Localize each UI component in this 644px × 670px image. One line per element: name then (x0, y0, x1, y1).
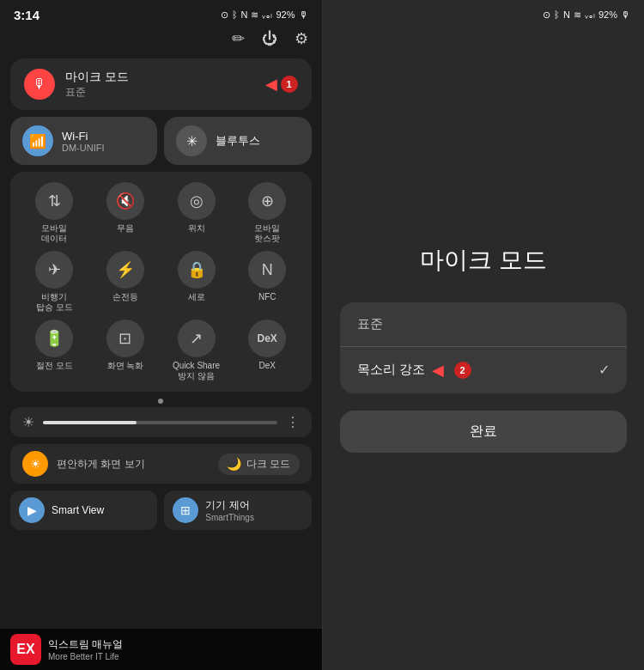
hotspot-icon: ⊕ (248, 182, 286, 220)
battery-icon: 92% (276, 9, 295, 20)
toggle-row: 📶 Wi-Fi DM-UNIFI ✳ 블루투스 (10, 117, 312, 165)
mobile-data-icon: ⇅ (35, 182, 73, 220)
status-bar-right: ⊙ ᛒ N ≋ ᵥₒₗ 92% 🎙 (323, 0, 645, 26)
right-mic-icon: 🎙 (621, 9, 630, 20)
dex-icon: DeX (248, 320, 286, 357)
bottom-tiles: ▶ Smart View ⊞ 기기 제어 SmartThings (10, 490, 312, 530)
right-panel: ⊙ ᛒ N ≋ ᵥₒₗ 92% 🎙 마이크 모드 표준 목소리 강조 ◀ 2 (323, 0, 645, 670)
brightness-bar[interactable] (43, 421, 277, 424)
signal-icon: ⊙ (221, 9, 228, 21)
right-nfc-icon: N (563, 9, 570, 20)
arrow-badge: ◀ 1 (265, 75, 298, 94)
signal-bars-icon: ᵥₒₗ (262, 9, 272, 21)
qs-flashlight-label: 손전등 (112, 292, 138, 302)
right-wifi-icon: ≋ (574, 9, 581, 21)
badge-1: 1 (281, 76, 298, 93)
qs-dex[interactable]: DeX DeX (234, 320, 301, 381)
mic-mode-card[interactable]: 🎙 마이크 모드 표준 ◀ 1 (10, 58, 312, 110)
smart-view-tile[interactable]: ▶ Smart View (10, 490, 157, 530)
dark-mode-button[interactable]: 🌙 다크 모드 (218, 454, 299, 475)
mode-option-voice[interactable]: 목소리 강조 ◀ 2 ✓ (340, 347, 628, 393)
qs-hotspot-label: 모바일핫스팟 (254, 223, 280, 244)
pagination (0, 399, 322, 404)
mic-mode-subtitle: 표준 (65, 85, 255, 100)
mode-option-voice-label: 목소리 강조 (357, 362, 425, 378)
qs-mobile-data-label: 모바일데이터 (41, 223, 67, 244)
brightness-fill (43, 421, 137, 424)
ex-logo: EX (10, 634, 41, 665)
mode-option-standard-label: 표준 (357, 316, 383, 332)
bluetooth-status-icon: ᛒ (232, 9, 238, 20)
mic-mode-title: 마이크 모드 (65, 70, 255, 85)
qs-battery-saver-label: 절전 모드 (36, 361, 73, 371)
watermark: EX 익스트림 매뉴얼 More Better IT Life (0, 629, 322, 670)
bluetooth-card[interactable]: ✳ 블루투스 (164, 117, 311, 165)
eye-comfort-label: 편안하게 화면 보기 (57, 457, 210, 472)
smart-view-icon: ▶ (19, 497, 45, 523)
smart-view-text: Smart View (52, 504, 104, 516)
status-icons-left: ⊙ ᛒ N ≋ ᵥₒₗ 92% 🎙 (221, 9, 308, 21)
power-icon[interactable]: ⏻ (262, 30, 277, 48)
dark-mode-label: 다크 모드 (246, 457, 290, 472)
mic-indicator-icon: 🎙 (299, 9, 308, 20)
device-control-subtitle: SmartThings (205, 513, 254, 522)
mute-icon: 🔇 (106, 182, 144, 220)
settings-icon[interactable]: ⚙ (295, 29, 308, 48)
brightness-more-icon[interactable]: ⋮ (286, 414, 300, 430)
qs-screen-record[interactable]: ⊡ 화면 녹화 (92, 320, 160, 381)
qs-airplane[interactable]: ✈ 비행기탑승 모드 (21, 251, 88, 313)
mic-mode-icon: 🎙 (24, 69, 55, 100)
right-status-icons: ⊙ ᛒ N ≋ ᵥₒₗ 92% 🎙 (543, 9, 630, 21)
status-time: 3:14 (14, 8, 39, 22)
badge-2: 2 (454, 362, 471, 379)
bluetooth-title: 블루투스 (216, 133, 260, 149)
flashlight-icon: ⚡ (106, 251, 144, 289)
wifi-icon: 📶 (22, 125, 53, 156)
qs-quick-share-label: Quick Share방지 않음 (173, 361, 220, 381)
qs-hotspot[interactable]: ⊕ 모바일핫스팟 (234, 182, 301, 244)
qs-flashlight[interactable]: ⚡ 손전등 (92, 251, 160, 313)
qs-location[interactable]: ◎ 위치 (162, 182, 230, 244)
location-icon: ◎ (178, 182, 216, 220)
qs-mobile-data[interactable]: ⇅ 모바일데이터 (21, 182, 88, 244)
right-content: 마이크 모드 표준 목소리 강조 ◀ 2 ✓ 완료 (323, 26, 645, 670)
done-button[interactable]: 완료 (340, 411, 628, 453)
qs-nfc-label: NFC (258, 292, 276, 302)
watermark-title: 익스트림 매뉴얼 (48, 637, 123, 652)
edit-icon[interactable]: ✏ (232, 29, 245, 48)
quick-share-icon: ↗ (178, 320, 216, 357)
bluetooth-icon: ✳ (176, 125, 207, 156)
quick-settings-grid: ⇅ 모바일데이터 🔇 무음 ◎ 위치 ⊕ 모바일핫스팟 ✈ 비행기탑승 모드 ⚡… (10, 172, 312, 392)
qs-mute[interactable]: 🔇 무음 (92, 182, 160, 244)
qs-dex-label: DeX (258, 361, 275, 371)
eye-comfort-row[interactable]: ☀ 편안하게 화면 보기 🌙 다크 모드 (10, 444, 312, 484)
wifi-card[interactable]: 📶 Wi-Fi DM-UNIFI (10, 117, 157, 165)
rotate-icon: 🔒 (178, 251, 216, 289)
qs-quick-share[interactable]: ↗ Quick Share방지 않음 (162, 320, 230, 381)
dark-mode-icon: 🌙 (227, 457, 241, 471)
red-arrow-icon: ◀ (265, 75, 277, 94)
watermark-subtitle: More Better IT Life (48, 652, 123, 661)
mode-options-card: 표준 목소리 강조 ◀ 2 ✓ (340, 302, 628, 393)
qs-location-label: 위치 (188, 223, 205, 234)
brightness-icon: ☀ (22, 414, 34, 430)
watermark-text-group: 익스트림 매뉴얼 More Better IT Life (48, 637, 123, 661)
qs-rotate-label: 세로 (188, 292, 205, 302)
device-control-title: 기기 제어 (205, 498, 254, 513)
right-bars-icon: ᵥₒₗ (585, 9, 595, 21)
mode-option-voice-row: 목소리 강조 ◀ 2 (357, 361, 471, 380)
qs-battery-saver[interactable]: 🔋 절전 모드 (21, 320, 88, 381)
qs-nfc[interactable]: N NFC (234, 251, 301, 313)
qs-rotate[interactable]: 🔒 세로 (162, 251, 230, 313)
red-arrow-right-icon: ◀ (432, 361, 444, 380)
right-battery-icon: 92% (598, 9, 617, 20)
airplane-icon: ✈ (35, 251, 73, 289)
brightness-row[interactable]: ☀ ⋮ (10, 407, 312, 437)
mic-mode-text: 마이크 모드 표준 (65, 70, 255, 100)
check-icon: ✓ (598, 362, 610, 378)
device-control-tile[interactable]: ⊞ 기기 제어 SmartThings (164, 490, 311, 530)
mode-option-standard[interactable]: 표준 (340, 302, 628, 347)
bluetooth-text: 블루투스 (216, 133, 260, 149)
qs-screen-record-label: 화면 녹화 (107, 361, 144, 371)
qs-airplane-label: 비행기탑승 모드 (36, 292, 73, 313)
